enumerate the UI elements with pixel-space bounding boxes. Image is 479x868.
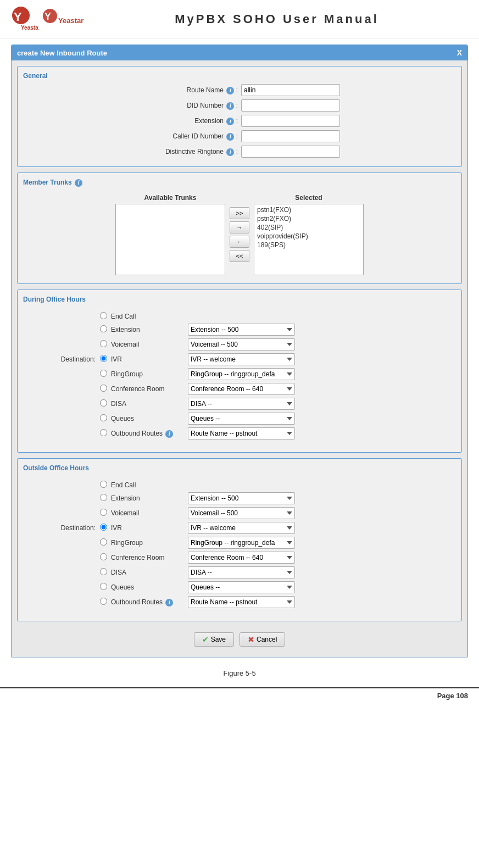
outside-voicemail-select[interactable]: Voicemail -- 500: [188, 507, 295, 519]
did-number-label: DID Number i :: [139, 102, 238, 110]
during-disa-label: DISA: [111, 400, 188, 408]
outside-queues-select[interactable]: Queues --: [188, 581, 295, 593]
during-office-destinations: End Call Extension Extension -- 500: [23, 308, 456, 447]
caller-id-info-icon[interactable]: i: [226, 133, 234, 141]
move-right-button[interactable]: →: [230, 221, 249, 233]
during-extension-select[interactable]: Extension -- 500: [188, 324, 295, 336]
outside-extension-radio[interactable]: [100, 494, 107, 501]
during-outbound-routes-label: Outbound Routes i: [111, 430, 188, 438]
during-voicemail-radio[interactable]: [100, 340, 107, 347]
yeastar-logo-icon: Y Yeastar: [11, 5, 38, 33]
route-name-info-icon[interactable]: i: [226, 87, 234, 94]
move-left-button[interactable]: ←: [230, 236, 249, 248]
outside-conference-room-radio[interactable]: [100, 553, 107, 560]
during-disa-radio[interactable]: [100, 399, 107, 407]
during-destination-main-label: Destination:: [29, 355, 100, 363]
extension-label: Extension i :: [139, 117, 238, 125]
outside-conference-room-label: Conference Room: [111, 554, 188, 561]
during-end-call-label: End Call: [111, 313, 188, 320]
list-item: 402(SIP): [255, 223, 362, 232]
general-section-title: General: [23, 72, 456, 80]
during-ivr-select[interactable]: IVR -- welcome: [188, 353, 295, 365]
logo: Y Yeastar Y Yeastar: [11, 5, 86, 33]
outside-extension-row: Extension Extension -- 500: [29, 492, 450, 504]
outside-outbound-routes-select[interactable]: Route Name -- pstnout: [188, 596, 295, 608]
figure-caption: Figure 5-5: [11, 669, 468, 677]
outside-ringgroup-select[interactable]: RingGroup -- ringgroup_defa: [188, 537, 295, 549]
available-trunks-list[interactable]: [115, 204, 225, 275]
outside-voicemail-radio[interactable]: [100, 509, 107, 516]
dialog-body: General Route Name i : DID Number i :: [12, 60, 467, 658]
during-queues-select[interactable]: Queues --: [188, 413, 295, 425]
selected-trunks-col: Selected pstn1(FXO) pstn2(FXO) 402(SIP) …: [254, 194, 364, 275]
trunks-container: Available Trunks >> → ← << Selected pstn…: [23, 191, 456, 278]
outside-end-call-row: End Call: [29, 481, 450, 489]
cancel-button[interactable]: ✖ Cancel: [239, 632, 285, 647]
distinctive-ringtone-input[interactable]: [241, 146, 340, 158]
cancel-icon: ✖: [248, 635, 254, 644]
dialog-titlebar: create New Inbound Route X: [12, 45, 467, 60]
route-name-input[interactable]: [241, 84, 340, 96]
during-conference-room-radio[interactable]: [100, 385, 107, 392]
svg-text:Y: Y: [14, 10, 22, 24]
move-all-right-button[interactable]: >>: [230, 207, 249, 219]
outside-disa-select[interactable]: DISA --: [188, 566, 295, 578]
dialog-title: create New Inbound Route: [17, 49, 107, 57]
outside-ivr-select[interactable]: IVR -- welcome: [188, 522, 295, 534]
outbound-routes-info-icon[interactable]: i: [165, 430, 173, 438]
outside-voicemail-label: Voicemail: [111, 509, 188, 517]
route-name-row: Route Name i :: [23, 84, 456, 96]
during-ivr-row: Destination: IVR IVR -- welcome: [29, 353, 450, 365]
distinctive-ringtone-info-icon[interactable]: i: [226, 148, 234, 156]
during-ringgroup-select[interactable]: RingGroup -- ringgroup_defa: [188, 368, 295, 380]
during-outbound-routes-radio[interactable]: [100, 429, 107, 436]
during-ringgroup-label: RingGroup: [111, 370, 188, 378]
extension-info-icon[interactable]: i: [226, 118, 234, 125]
route-name-label: Route Name i :: [139, 86, 238, 94]
outside-extension-select[interactable]: Extension -- 500: [188, 492, 295, 504]
during-voicemail-select[interactable]: Voicemail -- 500: [188, 338, 295, 350]
list-item: 189(SPS): [255, 241, 362, 249]
during-ivr-radio[interactable]: [100, 355, 107, 362]
create-inbound-route-dialog: create New Inbound Route X General Route…: [11, 44, 468, 658]
member-trunks-section: Member Trunks i Available Trunks >> → ← …: [17, 173, 462, 284]
extension-input[interactable]: [241, 115, 340, 127]
during-extension-radio[interactable]: [100, 325, 107, 332]
during-outbound-routes-select[interactable]: Route Name -- pstnout: [188, 427, 295, 439]
during-end-call-radio[interactable]: [100, 312, 107, 319]
move-all-left-button[interactable]: <<: [230, 250, 249, 262]
during-conference-room-label: Conference Room: [111, 385, 188, 393]
svg-text:Yeastar: Yeastar: [21, 25, 38, 31]
outside-queues-label: Queues: [111, 583, 188, 591]
did-number-info-icon[interactable]: i: [226, 102, 234, 110]
during-disa-select[interactable]: DISA --: [188, 398, 295, 410]
during-ringgroup-radio[interactable]: [100, 370, 107, 377]
outside-conference-room-select[interactable]: Conference Room -- 640: [188, 552, 295, 564]
outside-outbound-routes-info-icon[interactable]: i: [165, 599, 173, 607]
save-button[interactable]: ✔ Save: [194, 632, 234, 647]
yeastar-text-logo: Y Yeastar: [42, 8, 86, 30]
outside-ivr-row: Destination: IVR IVR -- welcome: [29, 522, 450, 534]
member-trunks-info-icon[interactable]: i: [75, 179, 82, 187]
outside-queues-radio[interactable]: [100, 583, 107, 590]
caller-id-input[interactable]: [241, 130, 340, 142]
outside-destination-main-label: Destination:: [29, 524, 100, 532]
dialog-close-button[interactable]: X: [457, 48, 462, 57]
selected-trunks-list[interactable]: pstn1(FXO) pstn2(FXO) 402(SIP) voipprovi…: [254, 204, 364, 275]
page-footer: Page 108: [0, 687, 479, 703]
outside-ringgroup-label: RingGroup: [111, 539, 188, 547]
outside-ivr-radio[interactable]: [100, 524, 107, 531]
outside-outbound-routes-radio[interactable]: [100, 598, 107, 605]
outside-outbound-routes-label: Outbound Routes i: [111, 598, 188, 607]
did-number-input[interactable]: [241, 99, 340, 112]
during-conference-room-select[interactable]: Conference Room -- 640: [188, 383, 295, 395]
outside-ringgroup-radio[interactable]: [100, 538, 107, 546]
selected-trunks-header: Selected: [295, 194, 322, 202]
outside-disa-row: DISA DISA --: [29, 566, 450, 578]
during-voicemail-row: Voicemail Voicemail -- 500: [29, 338, 450, 350]
during-office-hours-section: During Office Hours End Call Extension: [17, 290, 462, 453]
outside-disa-radio[interactable]: [100, 568, 107, 575]
during-queues-row: Queues Queues --: [29, 413, 450, 425]
during-queues-radio[interactable]: [100, 414, 107, 421]
outside-end-call-radio[interactable]: [100, 481, 107, 488]
